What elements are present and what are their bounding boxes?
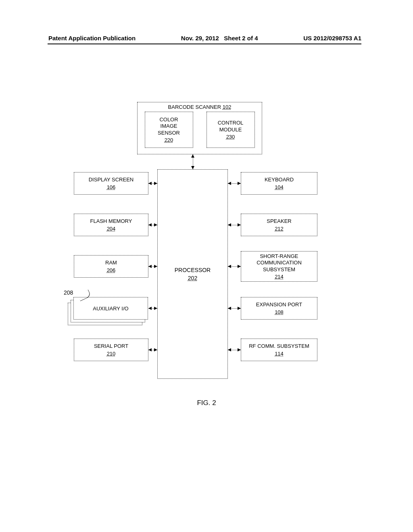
arrowhead-left-icon — [148, 265, 152, 268]
arrowhead-right-icon — [238, 307, 241, 310]
arrowhead-left-icon — [148, 182, 152, 185]
flash-memory-block: FLASH MEMORY 204 — [74, 214, 148, 236]
keyboard-block: KEYBOARD 104 — [241, 172, 317, 195]
ram-block: RAM 206 — [74, 255, 148, 278]
auxiliary-io-block: AUXILIARY I/O — [68, 297, 148, 325]
arrowhead-up-icon — [191, 154, 194, 158]
arrowhead-left-icon — [228, 265, 231, 268]
arrowhead-right-icon — [154, 265, 157, 268]
arrowhead-right-icon — [154, 348, 157, 351]
color-image-sensor-block: COLOR IMAGE SENSOR 220 — [145, 112, 193, 148]
ref-208-callout: 208 — [64, 289, 73, 296]
arrowhead-left-icon — [228, 223, 231, 227]
arrowhead-left-icon — [148, 348, 152, 351]
arrowhead-left-icon — [228, 348, 231, 351]
barcode-scanner-title: BARCODE SCANNER 102 — [141, 104, 259, 110]
barcode-scanner-block: BARCODE SCANNER 102 COLOR IMAGE SENSOR 2… — [137, 102, 262, 154]
arrowhead-right-icon — [154, 307, 157, 310]
short-range-comm-block: SHORT-RANGE COMMUNICATION SUBSYSTEM 214 — [241, 251, 317, 282]
speaker-block: SPEAKER 212 — [241, 214, 317, 236]
rf-comm-subsystem-block: RF COMM. SUBSYSTEM 114 — [241, 339, 317, 361]
arrowhead-left-icon — [228, 307, 231, 310]
arrowhead-right-icon — [154, 182, 157, 185]
arrowhead-left-icon — [148, 307, 152, 310]
arrowhead-right-icon — [238, 182, 241, 185]
expansion-port-block: EXPANSION PORT 108 — [241, 297, 317, 320]
figure-label: FIG. 2 — [0, 399, 413, 407]
processor-block: PROCESSOR 202 — [157, 169, 228, 379]
arrowhead-right-icon — [238, 265, 241, 268]
arrowhead-right-icon — [238, 348, 241, 351]
block-diagram: BARCODE SCANNER 102 COLOR IMAGE SENSOR 2… — [0, 0, 413, 532]
arrowhead-left-icon — [228, 182, 231, 185]
display-screen-block: DISPLAY SCREEN 106 — [74, 172, 148, 195]
control-module-block: CONTROL MODULE 230 — [206, 112, 255, 148]
arrowhead-right-icon — [154, 223, 157, 227]
arrowhead-left-icon — [148, 223, 152, 227]
arrowhead-down-icon — [191, 166, 194, 169]
serial-port-block: SERIAL PORT 210 — [74, 339, 148, 361]
arrowhead-right-icon — [238, 223, 241, 227]
